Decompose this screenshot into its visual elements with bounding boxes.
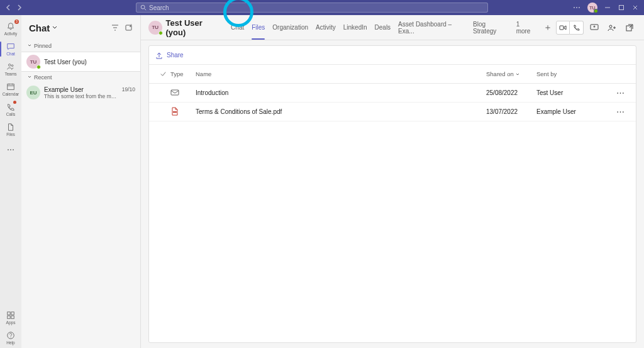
svg-point-19 (609, 25, 612, 28)
section-pinned[interactable]: Pinned (21, 40, 140, 52)
titlebar-more-icon[interactable]: ⋯ (573, 3, 581, 12)
rail-label: Help (6, 340, 14, 345)
files-panel: Share Type Name Shared on Sent by Introd… (148, 45, 636, 343)
file-shared-date: 13/07/2022 (486, 108, 536, 115)
video-call-button[interactable] (556, 21, 570, 35)
phone-icon (573, 24, 580, 31)
nav-back-icon[interactable] (5, 4, 13, 11)
chat-item-recent[interactable]: EU Example User This is some text from t… (21, 83, 140, 102)
bell-icon (6, 22, 15, 31)
row-more-button[interactable]: ⋯ (612, 88, 630, 98)
search-icon (140, 4, 147, 11)
mail-icon (170, 88, 179, 97)
avatar: TU (26, 55, 40, 69)
new-chat-icon[interactable] (125, 24, 133, 31)
tab-linkedin[interactable]: LinkedIn (343, 15, 367, 40)
rail-label: Files (6, 132, 15, 137)
files-table-header: Type Name Shared on Sent by (149, 65, 636, 84)
rail-item-calls[interactable]: Calls (0, 99, 21, 120)
svg-rect-17 (560, 26, 564, 30)
sort-down-icon (515, 72, 520, 77)
rail-label: Apps (6, 320, 16, 325)
rail-label: Calls (6, 112, 15, 116)
svg-rect-13 (11, 316, 14, 318)
table-row[interactable]: Introduction 25/08/2022 Test User ⋯ (149, 84, 636, 103)
column-name[interactable]: Name (196, 70, 486, 77)
column-shared[interactable]: Shared on (486, 70, 536, 77)
svg-point-15 (11, 337, 11, 338)
svg-point-0 (141, 5, 145, 9)
apps-icon (6, 311, 15, 320)
rail-item-more[interactable]: ⋯ (0, 140, 21, 160)
rail-item-help[interactable]: Help (0, 328, 21, 348)
row-more-button[interactable]: ⋯ (612, 107, 630, 116)
nav-forward-icon[interactable] (15, 4, 23, 11)
add-people-button[interactable] (605, 21, 619, 35)
window-maximize-icon[interactable] (618, 4, 625, 11)
tab-chat[interactable]: Chat (231, 15, 244, 40)
rail-item-activity[interactable]: 3 Activity (0, 19, 21, 39)
files-icon (6, 123, 15, 132)
search-input[interactable] (149, 4, 484, 11)
filter-icon[interactable] (111, 24, 119, 31)
rail-item-teams[interactable]: Teams (0, 59, 21, 79)
chat-item-date: 19/10 (122, 86, 135, 93)
chat-item-self[interactable]: TU Test User (you) (21, 52, 140, 72)
file-name: Terms & Conditions of Sale.pdf (196, 108, 486, 115)
user-avatar[interactable]: TU (587, 3, 597, 13)
svg-rect-12 (8, 316, 10, 318)
chat-item-name: Example User (44, 86, 118, 93)
check-icon[interactable] (160, 70, 167, 77)
add-people-icon (608, 23, 616, 32)
calls-badge (13, 101, 16, 104)
share-screen-button[interactable] (587, 21, 601, 35)
help-icon (6, 331, 15, 340)
chat-item-preview: This is some text from the most recent m… (44, 93, 118, 99)
chat-header: TU Test User (you) Chat Files Organizati… (141, 15, 644, 40)
chevron-down-icon (28, 76, 31, 79)
column-sent[interactable]: Sent by (536, 70, 612, 77)
tab-activity[interactable]: Activity (316, 15, 336, 40)
chat-list-title[interactable]: Chat (29, 23, 57, 33)
chat-list-panel: Chat Pinned TU Test User (you) Recent EU… (21, 15, 141, 348)
share-icon (155, 52, 163, 59)
rail-item-chat[interactable]: Chat (0, 39, 21, 59)
window-minimize-icon[interactable] (604, 4, 611, 11)
rail-label: Activity (4, 31, 18, 36)
svg-line-1 (145, 9, 147, 11)
rail-item-apps[interactable]: Apps (0, 308, 21, 328)
window-close-icon[interactable] (631, 4, 639, 11)
chat-header-avatar[interactable]: TU (148, 21, 162, 35)
search-box[interactable] (136, 3, 488, 13)
rail-item-calendar[interactable]: Calendar (0, 79, 21, 99)
chat-item-name: Test User (you) (44, 59, 135, 65)
tab-files[interactable]: Files (252, 15, 265, 40)
file-sent-by: Test User (536, 89, 612, 96)
calendar-icon (6, 82, 15, 91)
file-shared-date: 25/08/2022 (486, 89, 536, 96)
section-recent[interactable]: Recent (21, 72, 140, 83)
tab-asset-dashboard[interactable]: Asset Dashboard – Exa... (398, 15, 465, 40)
add-tab-button[interactable]: ＋ (543, 22, 552, 33)
audio-call-button[interactable] (570, 21, 584, 35)
chat-icon (6, 42, 15, 51)
table-row[interactable]: Terms & Conditions of Sale.pdf 13/07/202… (149, 103, 636, 121)
rail-item-files[interactable]: Files (0, 120, 21, 140)
column-type[interactable]: Type (170, 70, 196, 77)
svg-rect-22 (173, 111, 177, 113)
teams-icon (6, 62, 15, 71)
tab-organization[interactable]: Organization (272, 15, 308, 40)
tab-blog-strategy[interactable]: Blog Strategy (473, 15, 509, 40)
title-bar: ⋯ TU (0, 0, 644, 15)
tab-more[interactable]: 1 more (516, 15, 535, 40)
popout-button[interactable] (623, 21, 636, 35)
svg-rect-11 (11, 312, 14, 315)
avatar: EU (26, 86, 40, 99)
popout-icon (625, 23, 634, 32)
share-button[interactable]: Share (155, 52, 184, 59)
rail-label: Chat (6, 52, 15, 56)
tab-deals[interactable]: Deals (375, 15, 391, 40)
svg-point-5 (11, 65, 13, 67)
svg-rect-21 (171, 90, 179, 95)
chevron-down-icon (52, 25, 57, 30)
